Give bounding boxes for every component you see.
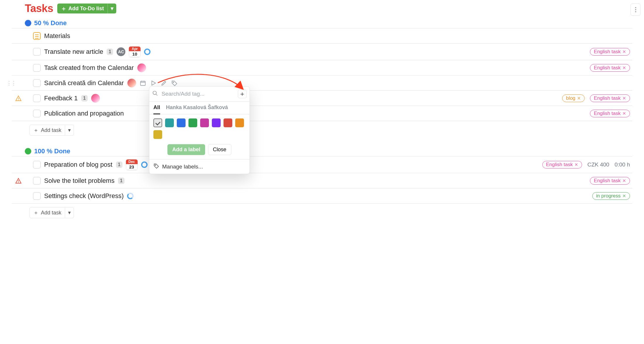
task-title: Solve the toilet problems: [44, 177, 115, 185]
remove-label-icon[interactable]: ✕: [574, 162, 578, 167]
warning-icon: [15, 178, 22, 184]
remove-label-icon[interactable]: ✕: [577, 96, 581, 101]
search-icon: [152, 90, 158, 98]
svg-point-4: [173, 82, 174, 82]
manage-labels-link[interactable]: Manage labels...: [149, 159, 250, 174]
caret-down-icon: ▾: [111, 5, 113, 12]
due-month: Dec: [126, 159, 138, 164]
remove-label-icon[interactable]: ✕: [622, 96, 626, 101]
more-menu-button[interactable]: [631, 4, 640, 16]
play-icon[interactable]: [150, 80, 157, 86]
label-pill-english[interactable]: English task✕: [590, 64, 630, 72]
add-tag-plus-button[interactable]: ＋: [238, 90, 247, 98]
tag-icon[interactable]: [171, 80, 178, 86]
add-task-dropdown[interactable]: ▾: [65, 207, 74, 218]
color-swatch[interactable]: [212, 118, 221, 127]
task-row-active[interactable]: ⋮⋮ Sarcină creată din Calendar: [12, 75, 632, 91]
tag-tab-all[interactable]: All: [153, 104, 160, 114]
color-swatch[interactable]: [235, 118, 244, 127]
note-icon: [33, 32, 41, 40]
plus-icon: ＋: [61, 6, 67, 11]
task-checkbox[interactable]: [33, 94, 41, 102]
assignee-avatar[interactable]: [137, 63, 146, 72]
color-swatch[interactable]: [153, 130, 162, 139]
task-row[interactable]: Translate new article 1 AC Apr 10 Englis…: [12, 44, 632, 60]
svg-rect-3: [140, 81, 145, 85]
task-checkbox[interactable]: [33, 48, 41, 56]
label-pill-english[interactable]: English task✕: [590, 94, 630, 102]
due-day: 23: [126, 164, 138, 170]
task-checkbox[interactable]: [33, 192, 41, 200]
color-swatch[interactable]: [224, 118, 232, 127]
assignee-avatar[interactable]: [91, 94, 100, 103]
assignee-avatar[interactable]: [127, 79, 136, 87]
task-title: Feedback 1: [44, 94, 78, 102]
section-title: 100 % Done: [34, 147, 70, 155]
remove-label-icon[interactable]: ✕: [622, 111, 626, 116]
task-title: Settings check (WordPress): [44, 192, 124, 200]
remove-label-icon[interactable]: ✕: [622, 193, 626, 199]
due-date-chip[interactable]: Apr 10: [129, 47, 141, 57]
plus-icon: ＋: [33, 209, 39, 216]
color-swatch[interactable]: [188, 118, 197, 127]
task-row[interactable]: Publication and propagation English task…: [12, 106, 632, 121]
task-checkbox[interactable]: [33, 161, 41, 168]
color-swatch[interactable]: [177, 118, 186, 127]
task-row[interactable]: Preparation of blog post 1 Dec 23 Englis…: [12, 156, 632, 173]
label-pill-english[interactable]: English task✕: [590, 177, 630, 185]
task-row[interactable]: Feedback 1 1 blog✕ English task✕: [12, 91, 632, 106]
task-time: 0:00 h: [614, 161, 630, 168]
note-row-materials[interactable]: Materials: [12, 28, 632, 44]
label-pill-in-progress[interactable]: in progress✕: [592, 192, 630, 200]
drag-handle-icon[interactable]: ⋮⋮: [6, 80, 16, 86]
progress-ring-icon: [141, 161, 148, 168]
task-row[interactable]: Settings check (WordPress) in progress✕: [12, 188, 632, 204]
due-month: Apr: [129, 47, 141, 51]
task-checkbox[interactable]: [33, 79, 41, 87]
add-task-button[interactable]: ＋ Add task: [30, 207, 65, 218]
remove-label-icon[interactable]: ✕: [622, 178, 626, 183]
tag-tab-user[interactable]: Hanka Kasalová Šafková: [166, 104, 228, 114]
pencil-icon[interactable]: [161, 80, 167, 86]
label-pill-blog[interactable]: blog✕: [562, 94, 585, 102]
task-checkbox[interactable]: [33, 110, 41, 117]
remove-label-icon[interactable]: ✕: [622, 65, 626, 70]
task-checkbox[interactable]: [33, 64, 41, 72]
status-dot-icon: [25, 20, 31, 26]
task-row[interactable]: Solve the toilet problems 1 English task…: [12, 173, 632, 188]
section-header-50[interactable]: 50 % Done: [25, 19, 632, 27]
task-title: Sarcină creată din Calendar: [44, 79, 124, 87]
label-pill-english[interactable]: English task✕: [590, 110, 630, 117]
label-pill-english[interactable]: English task✕: [542, 161, 582, 168]
close-popover-button[interactable]: Close: [208, 144, 231, 155]
task-checkbox[interactable]: [33, 177, 41, 185]
add-label-button[interactable]: Add a label: [167, 144, 205, 155]
warning-icon: [15, 95, 22, 102]
color-swatch[interactable]: [165, 118, 174, 127]
due-date-chip[interactable]: Dec 23: [126, 159, 138, 170]
add-task-label: Add task: [41, 210, 61, 216]
task-row[interactable]: Task created from the Calendar English t…: [12, 60, 632, 75]
calendar-icon[interactable]: [140, 80, 146, 86]
svg-point-0: [635, 7, 636, 8]
section-header-100[interactable]: 100 % Done: [25, 147, 632, 155]
add-todo-list-dropdown[interactable]: ▾: [108, 4, 116, 13]
subtask-count-badge: 1: [107, 49, 113, 55]
remove-label-icon[interactable]: ✕: [622, 49, 626, 54]
color-swatch[interactable]: [200, 118, 209, 127]
add-task-dropdown[interactable]: ▾: [65, 125, 74, 136]
subtask-count-badge: 1: [118, 178, 124, 184]
assignee-avatar[interactable]: AC: [117, 47, 125, 56]
color-swatch-selected[interactable]: [153, 118, 162, 127]
task-title: Publication and propagation: [44, 110, 124, 117]
svg-point-5: [18, 99, 19, 100]
add-todo-list-button[interactable]: ＋ Add To-Do list: [57, 4, 108, 13]
tag-icon: [153, 163, 159, 170]
plus-icon: ＋: [33, 127, 39, 134]
add-task-button[interactable]: ＋ Add task: [30, 125, 65, 136]
label-pill-english[interactable]: English task✕: [590, 48, 630, 56]
svg-point-6: [18, 182, 19, 183]
tag-search-input[interactable]: [161, 90, 235, 97]
svg-point-8: [155, 165, 156, 166]
task-cost: CZK 400: [587, 161, 609, 168]
